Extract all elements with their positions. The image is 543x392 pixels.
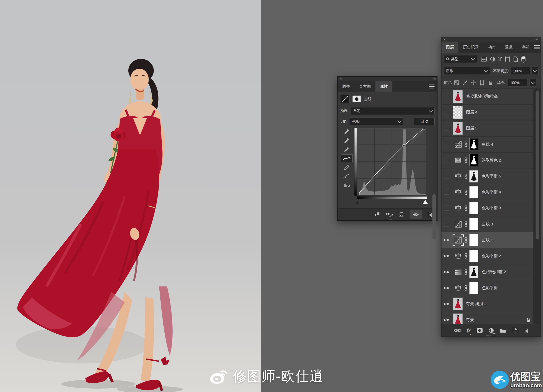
visibility-toggle[interactable] [441, 248, 451, 264]
curve-point-shadow[interactable] [357, 193, 359, 195]
layer-mask-thumbnail[interactable] [469, 250, 478, 262]
layer-row[interactable]: 背景 [441, 312, 534, 324]
layer-mask-thumbnail[interactable] [469, 186, 478, 198]
layer-name[interactable]: 曲线 1 [482, 238, 493, 243]
layer-name[interactable]: 选取颜色 2 [482, 158, 501, 163]
link-layers-icon[interactable] [454, 329, 461, 332]
collapse-panel-icon[interactable]: << [433, 77, 435, 80]
adjustment-icon-color-balance[interactable] [454, 172, 463, 181]
layers-tab[interactable]: 图层 [441, 42, 458, 53]
filter-adjustment-layers-icon[interactable] [490, 56, 495, 62]
layer-row[interactable]: 色彩平衡 2 [441, 248, 534, 264]
toggle-previous-state-icon[interactable] [385, 212, 393, 217]
layer-thumbnail[interactable] [453, 122, 463, 135]
adjustment-icon-curves[interactable] [454, 220, 463, 229]
layer-name[interactable]: 色彩平衡 2 [482, 254, 501, 259]
layer-row[interactable]: 选取颜色 2 [441, 153, 534, 168]
close-icon[interactable]: × [444, 38, 446, 41]
collapse-panel-icon[interactable]: << [536, 38, 538, 41]
auto-button[interactable]: 自动 [414, 117, 435, 125]
layer-mask-thumbnail[interactable] [469, 234, 478, 246]
curve-point-highlight[interactable] [423, 128, 425, 129]
fill-input[interactable]: 100% [508, 79, 527, 86]
layer-row[interactable]: 图层 3 [441, 120, 534, 136]
lock-artboard-icon[interactable] [479, 80, 485, 85]
layer-name[interactable]: 色彩平衡 [482, 285, 498, 290]
black-point-eyedropper-icon[interactable] [341, 128, 352, 136]
filter-pixel-layers-icon[interactable] [481, 57, 487, 62]
layer-thumbnail[interactable] [453, 313, 463, 324]
white-input-slider[interactable] [423, 200, 428, 204]
adjustment-icon-hue-saturation[interactable] [454, 268, 463, 277]
layers-scrollbar-track[interactable] [533, 89, 541, 324]
channel-select[interactable]: RGB [349, 117, 403, 125]
preset-select[interactable]: 自定 [351, 107, 435, 115]
layer-mask-link-icon[interactable] [465, 237, 467, 243]
properties-tab[interactable]: 属性 [375, 81, 392, 92]
visibility-toggle[interactable] [441, 296, 451, 312]
layer-row[interactable]: 色彩平衡 4 [441, 184, 534, 200]
layer-mask-link-icon[interactable] [465, 269, 467, 275]
opacity-dropdown[interactable] [532, 67, 538, 75]
layer-mask-link-icon[interactable] [465, 253, 467, 259]
new-layer-icon[interactable] [512, 328, 517, 333]
layers-tab[interactable]: 字符 [517, 42, 534, 53]
opacity-input[interactable]: 100% [511, 67, 530, 75]
add-layer-mask-icon[interactable] [476, 328, 483, 333]
gray-point-eyedropper-icon[interactable] [341, 137, 352, 144]
layer-name[interactable]: 修皮肤液化和拉高 [466, 94, 498, 99]
layer-row[interactable]: 曲线 3 [441, 216, 534, 232]
layer-thumbnail[interactable] [453, 90, 463, 103]
layer-mask-link-icon[interactable] [465, 205, 467, 211]
properties-scrollbar[interactable] [432, 194, 436, 239]
layer-mask-link-icon[interactable] [465, 189, 467, 195]
visibility-toggle[interactable] [441, 264, 451, 280]
filter-smart-objects-icon[interactable] [513, 56, 518, 62]
black-input-slider[interactable] [355, 200, 360, 204]
layer-mask-thumbnail[interactable] [469, 202, 478, 214]
visibility-toggle[interactable] [441, 153, 451, 168]
layer-mask-thumbnail[interactable] [469, 266, 478, 278]
layer-mask-link-icon[interactable] [465, 285, 467, 291]
layer-name[interactable]: 背景 拷贝 2 [466, 302, 487, 307]
visibility-toggle[interactable] [441, 312, 451, 324]
curve-grid[interactable] [357, 128, 426, 196]
filter-toggle[interactable] [521, 56, 526, 63]
adjustment-icon-curves[interactable] [454, 140, 463, 149]
delete-layer-icon[interactable] [523, 328, 528, 333]
visibility-toggle[interactable] [441, 104, 451, 120]
layer-mask-link-icon[interactable] [465, 141, 467, 147]
layer-style-icon[interactable]: fx [467, 327, 471, 333]
blend-mode-select[interactable]: 正常 [444, 67, 490, 75]
adjustment-icon-curves[interactable] [454, 236, 463, 245]
layer-name[interactable]: 色彩平衡 5 [482, 174, 501, 179]
layers-tab[interactable]: 历史记录 [458, 42, 483, 53]
white-point-eyedropper-icon[interactable] [341, 146, 352, 153]
layer-name[interactable]: 色彩平衡 4 [482, 190, 501, 195]
filter-shape-layers-icon[interactable] [505, 56, 510, 62]
visibility-toggle[interactable] [441, 168, 451, 184]
pencil-tool-icon[interactable] [341, 164, 352, 171]
new-adjustment-layer-icon[interactable] [489, 328, 494, 333]
visibility-toggle[interactable] [441, 120, 451, 136]
visibility-icon[interactable] [410, 210, 422, 219]
layer-name[interactable]: 色相/饱和度 2 [482, 269, 506, 275]
layer-thumbnail[interactable] [453, 106, 463, 119]
layer-mask-link-icon[interactable] [465, 157, 467, 163]
targeted-adjustment-icon[interactable] [340, 118, 347, 125]
layer-name[interactable]: 图层 4 [466, 110, 478, 115]
adjustment-icon-color-balance[interactable] [454, 284, 463, 293]
layer-row[interactable]: 图层 4 [441, 104, 534, 120]
lock-all-icon[interactable] [488, 80, 492, 85]
visibility-toggle[interactable] [441, 280, 451, 296]
properties-tab[interactable]: 调整 [338, 81, 354, 92]
layer-mask-thumbnail[interactable] [469, 138, 478, 150]
panel-menu-icon[interactable] [429, 81, 437, 92]
adjustment-icon-color-balance[interactable] [454, 204, 463, 213]
layer-mask-thumbnail[interactable] [469, 218, 478, 230]
layer-mask-thumbnail[interactable] [469, 154, 478, 166]
layers-tab[interactable]: 通道 [500, 42, 517, 53]
histogram-warning-icon[interactable] [341, 181, 352, 189]
adjustment-icon-color-balance[interactable] [454, 188, 463, 197]
layer-name[interactable]: 曲线 3 [482, 222, 493, 227]
